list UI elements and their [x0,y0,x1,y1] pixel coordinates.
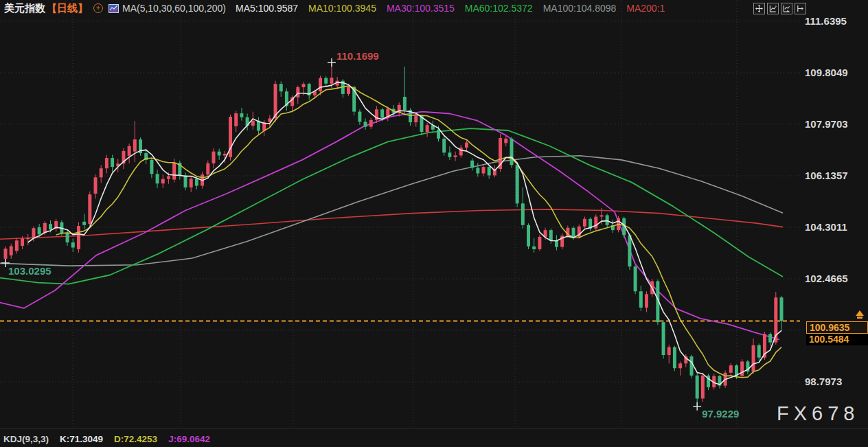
chart-toolbar [753,3,806,14]
low-price-annotation: 97.9229 [702,408,739,420]
price-axis-label: 104.3011 [805,221,847,233]
candlestick-chart[interactable] [0,0,868,447]
collapse-panel-icon[interactable] [795,3,806,14]
chart-type-icon[interactable] [108,4,119,13]
high-price-annotation: 110.1699 [336,50,379,62]
price-axis-label: 102.4665 [805,273,848,285]
ma5-value: MA5:100.9587 [236,3,298,14]
instrument-title: 美元指数 [4,2,45,15]
add-indicator-icon[interactable]: + [93,3,103,13]
timeframe-label[interactable]: 【日线】 [47,2,88,15]
current-price-tag[interactable]: 100.9635 [806,321,868,334]
ma-settings-label[interactable]: MA(5,10,30,60,100,200) [122,3,226,14]
kdj-d-value: D:72.4253 [114,434,157,444]
kdj-j-value: J:69.0642 [168,434,210,444]
price-up-arrow-base [857,317,863,319]
previous-close-tag: 100.5484 [806,334,868,345]
ma60-value: MA60:102.5372 [465,3,533,14]
indicator-window-right-icon[interactable] [781,3,792,14]
price-axis-label: 98.7973 [805,376,842,388]
price-up-arrow-icon [856,310,864,316]
ma200-value: MA200:1 [626,3,665,14]
kdj-indicator-row: KDJ(9,3,3) K:71.3049 D:72.4253 J:69.0642 [3,434,221,444]
price-axis-label: 107.9703 [805,118,848,130]
ma30-value: MA30:100.3515 [387,3,455,14]
kdj-k-value: K:71.3049 [60,434,103,444]
price-axis-label: 106.1357 [805,170,848,182]
price-axis-label: 111.6395 [805,15,847,27]
ma100-value: MA100:104.8098 [543,3,617,14]
ma10-value: MA10:100.3945 [308,3,376,14]
indicator-window-up-icon[interactable] [767,3,779,14]
chart-window: 美元指数 【日线】 + MA(5,10,30,60,100,200) MA5:1… [0,0,868,447]
start-low-annotation: 103.0295 [8,265,52,277]
fx678-watermark: FX678 [777,402,859,425]
kdj-name: KDJ(9,3,3) [3,434,49,444]
chart-header: 美元指数 【日线】 + MA(5,10,30,60,100,200) MA5:1… [4,2,675,14]
move-tool-icon[interactable] [753,3,765,14]
pane-divider [0,428,868,429]
price-axis-label: 109.8049 [805,67,848,79]
